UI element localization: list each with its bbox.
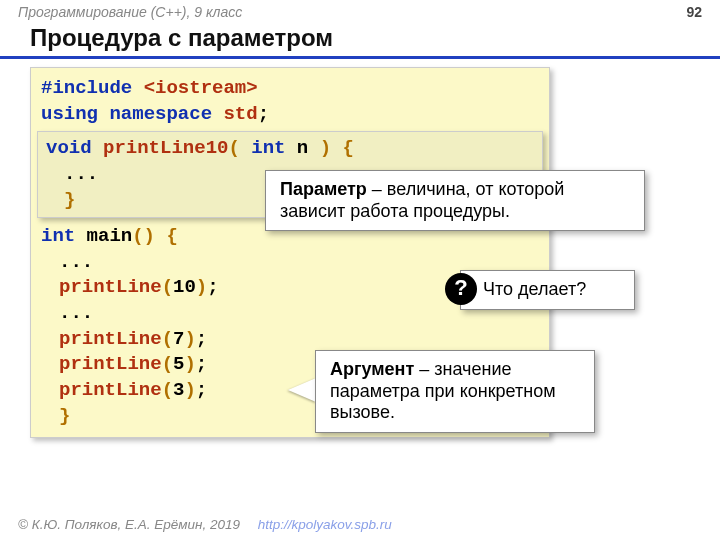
footer-link: http://kpolyakov.spb.ru (258, 517, 392, 532)
footer-bar: © К.Ю. Поляков, Е.А. Ерёмин, 2019 http:/… (0, 513, 720, 536)
kw-include: #include (41, 77, 144, 99)
arrow-left-icon (288, 378, 316, 402)
page-number: 92 (686, 4, 702, 20)
copyright: © К.Ю. Поляков, Е.А. Ерёмин, 2019 (18, 517, 240, 532)
callout-argument: Аргумент – значение параметра при конкре… (315, 350, 595, 433)
header-bar: Программирование (C++), 9 класс 92 (0, 0, 720, 22)
course-label: Программирование (C++), 9 класс (18, 4, 242, 20)
page-title: Процедура с параметром (0, 22, 720, 59)
callout-parameter: Параметр – величина, от которой зависит … (265, 170, 645, 231)
callout-question: ? Что делает? (460, 270, 635, 310)
question-mark-icon: ? (445, 273, 477, 305)
